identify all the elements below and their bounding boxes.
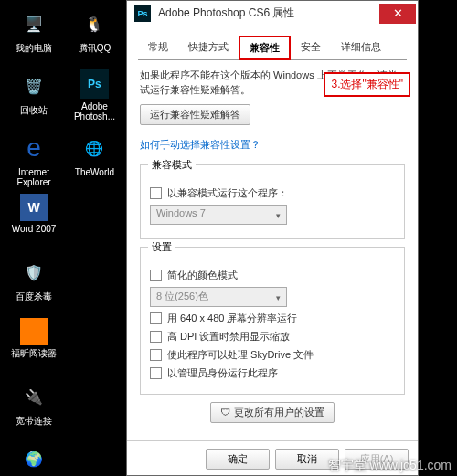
photoshop-icon: Ps xyxy=(134,5,151,22)
desktop-icon-qq[interactable]: 🐧腾讯QQ xyxy=(66,7,122,66)
desktop-icon-computer[interactable]: 🖥️我的电脑 xyxy=(5,7,62,66)
skydrive-checkbox[interactable] xyxy=(150,349,162,361)
desktop: 🖥️我的电脑 🐧腾讯QQ 🗑️回收站 PsAdobe Photosh... eI… xyxy=(0,0,128,476)
all-users-button[interactable]: 🛡 更改所有用户的设置 xyxy=(210,402,334,423)
tabs: 常规 快捷方式 兼容性 安全 详细信息 xyxy=(138,36,407,60)
close-button[interactable]: ✕ xyxy=(379,4,416,24)
desktop-icon-world[interactable]: 🌍世界之窗 xyxy=(5,442,62,476)
tab-general[interactable]: 常规 xyxy=(138,36,178,60)
desktop-icon-photoshop[interactable]: PsAdobe Photosh... xyxy=(66,69,122,128)
settings-group: 设置 简化的颜色模式 8 位(256)色▾ 用 640 x 480 屏幕分辨率运… xyxy=(140,247,405,395)
tab-details[interactable]: 详细信息 xyxy=(331,36,391,60)
annotation-callout: 3.选择"兼容性" xyxy=(324,72,410,97)
shield-icon: 🛡 xyxy=(220,407,230,418)
640x480-checkbox[interactable] xyxy=(150,312,162,324)
compat-mode-checkbox[interactable] xyxy=(150,187,162,199)
tab-security[interactable]: 安全 xyxy=(291,36,331,60)
tab-shortcut[interactable]: 快捷方式 xyxy=(178,36,239,60)
properties-dialog: Ps Adobe Photoshop CS6 属性 ✕ 常规 快捷方式 兼容性 … xyxy=(126,0,419,476)
manual-link[interactable]: 如何手动选择兼容性设置？ xyxy=(140,138,260,152)
chevron-down-icon: ▾ xyxy=(276,211,281,220)
troubleshoot-button[interactable]: 运行兼容性疑难解答 xyxy=(140,104,250,125)
desktop-icon-foxit[interactable]: 福昕阅读器 xyxy=(5,318,62,376)
tab-compatibility[interactable]: 兼容性 xyxy=(239,36,291,60)
reduced-color-checkbox[interactable] xyxy=(150,270,162,281)
desktop-icon-theworld[interactable]: 🌐TheWorld xyxy=(66,132,122,190)
compat-mode-group: 兼容模式 以兼容模式运行这个程序： Windows 7▾ xyxy=(140,164,405,239)
color-depth-select[interactable]: 8 位(256)色▾ xyxy=(150,287,287,307)
admin-checkbox[interactable] xyxy=(150,367,162,379)
desktop-icon-recycle[interactable]: 🗑️回收站 xyxy=(5,69,62,128)
compat-os-select[interactable]: Windows 7▾ xyxy=(150,205,287,225)
ok-button[interactable]: 确定 xyxy=(206,449,270,470)
desktop-icon-broadband[interactable]: 🔌宽带连接 xyxy=(5,380,62,439)
desktop-icon-baidu[interactable]: 🛡️百度杀毒 xyxy=(5,256,62,314)
dpi-checkbox[interactable] xyxy=(150,331,162,343)
titlebar: Ps Adobe Photoshop CS6 属性 ✕ xyxy=(127,1,418,26)
dialog-title: Adobe Photoshop CS6 属性 xyxy=(158,5,379,21)
chevron-down-icon: ▾ xyxy=(276,293,281,302)
desktop-icon-ie[interactable]: eInternet Explorer xyxy=(5,132,62,190)
desktop-icon-word[interactable]: WWord 2007 xyxy=(5,194,62,252)
watermark: 智宇堂 www.jc51.com xyxy=(328,458,452,474)
